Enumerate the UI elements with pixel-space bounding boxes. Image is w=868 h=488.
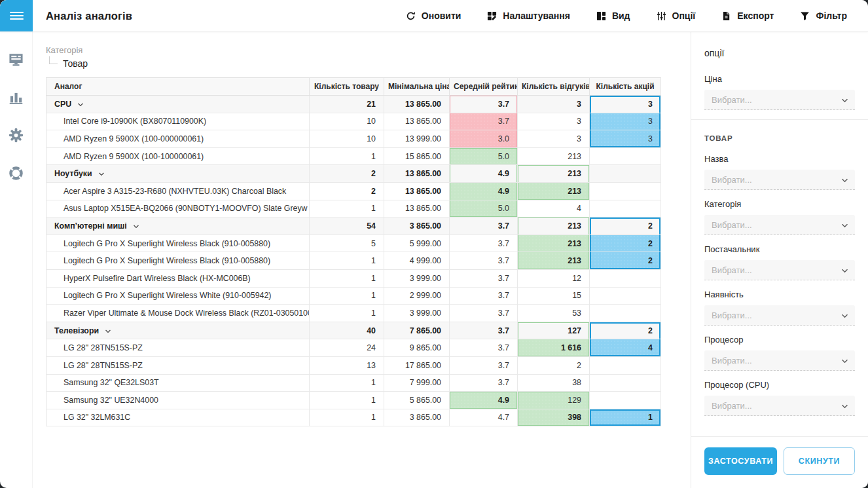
table-row[interactable]: Logitech G Pro X Superlight Wireless Bla… [46,235,661,252]
sidebar-item-help[interactable] [0,154,32,192]
price-cell: 5 999.00 [384,235,450,252]
export-button[interactable]: Експорт [721,10,774,21]
view-icon [596,11,606,21]
analog-name-cell: Intel Core i9-10900K (BX8070110900K) [46,113,310,130]
table-group-row[interactable]: Телевізори407 865.003.71272 [46,322,661,339]
qty-cell: 2 [310,165,384,183]
filter-select[interactable]: Вибрати... [704,396,855,416]
rating-cell: 3.7 [450,269,518,287]
filter-field-label: Процесор (CPU) [704,380,855,390]
rating-cell: 3.0 [450,130,518,148]
filter-field-label: Ціна [704,74,855,84]
filter-select[interactable]: Вибрати... [704,170,855,190]
reviews-cell: 38 [518,374,590,392]
promos-cell [590,147,661,165]
settings-button[interactable]: Налаштування [487,10,570,21]
chevron-down-icon [841,400,848,411]
chevron-down-icon[interactable] [133,225,139,229]
chevron-down-icon[interactable] [105,329,111,333]
toolbar: Аналіз аналогів ОновитиНалаштуванняВидОп… [0,0,868,32]
reviews-cell: 4 [518,200,590,217]
table-group-row[interactable]: Комп’ютерні миші543 865.003.72132 [46,217,661,235]
filter-field-label: Категорія [704,199,855,209]
qty-cell: 1 [310,287,384,305]
qty-cell: 1 [310,147,384,165]
price-cell: 9 865.00 [384,339,450,357]
qty-cell: 2 [310,182,384,200]
table-group-row[interactable]: Ноутбуки213 865.004.9213 [46,165,661,183]
table-row[interactable]: Razer Viper Ultimate & Mouse Dock Wirele… [46,305,661,322]
price-cell: 5 865.00 [384,392,450,409]
filter-select[interactable]: Вибрати... [704,90,855,110]
column-header-price[interactable]: Мінімальна ціна [384,78,450,96]
table-row[interactable]: AMD Ryzen 9 5900X (100-000000061)1013 99… [46,130,661,148]
chevron-down-icon[interactable] [98,172,105,176]
analog-name-cell: LG 28" 28TN515S-PZ [46,356,310,374]
analog-name-cell: AMD Ryzen 9 5900X (100-100000061) [46,147,310,165]
rating-cell: 3.7 [450,356,518,374]
reviews-cell: 1 616 [518,339,590,357]
analog-name-cell: Samsung 32" UE32N4000 [46,392,310,409]
filter-select[interactable]: Вибрати... [704,350,855,371]
reviews-cell: 15 [518,287,590,305]
promos-cell: 2 [590,235,661,252]
promos-cell [590,356,661,374]
column-header-qty[interactable]: Кількість товару [310,78,384,96]
category-tree: Категорія Товар [46,45,691,69]
reviews-cell: 213 [518,147,590,165]
filter-field: НаявністьВибрати... [704,290,855,326]
filter-select[interactable]: Вибрати... [704,305,855,326]
chart-icon [9,90,24,105]
promos-cell [590,182,661,200]
table-row[interactable]: Acer Aspire 3 A315-23-R680 (NXHVTEU.03K)… [46,182,661,200]
table-group-row[interactable]: CPU2113 865.003.733 [46,96,661,113]
view-button[interactable]: Вид [596,10,630,21]
column-header-promos[interactable]: Кількість акцій [590,78,661,96]
table-row[interactable]: LG 28" 28TN515S-PZ249 865.003.71 6164 [46,339,661,357]
table-row[interactable]: Samsung 32" UE32N400015 865.004.9129 [46,392,661,409]
filter-field: ПроцесорВибрати... [704,335,855,371]
table-row[interactable]: LG 28" 28TN515S-PZ1317 865.003.72 [46,356,661,374]
hamburger-icon [10,10,24,22]
price-cell: 13 865.00 [384,182,450,200]
filter-select[interactable]: Вибрати... [704,260,855,280]
select-placeholder: Вибрати... [712,356,752,366]
price-cell: 3 865.00 [384,409,450,426]
menu-button[interactable] [0,0,33,31]
table-row[interactable]: Asus Laptop X515EA-BQ2066 (90NBOTY1-MOOV… [46,200,661,217]
monitor-icon [9,52,24,67]
options-button[interactable]: Опції [657,10,696,21]
select-placeholder: Вибрати... [712,220,752,230]
column-header-reviews[interactable]: Кількість відгуків [518,78,590,96]
chevron-down-icon[interactable] [77,103,84,107]
filter-field: ПостачальникВибрати... [704,244,855,280]
column-header-name[interactable]: Аналог [46,78,310,96]
filter-field: ЦінаВибрати... [704,74,855,110]
filter-field-label: Назва [704,154,855,164]
qty-cell: 21 [310,96,384,113]
sidebar-item-settings[interactable] [0,116,32,154]
tree-root-category[interactable]: Категорія [46,45,691,55]
select-placeholder: Вибрати... [712,265,752,275]
filter-button[interactable]: Фільтр [800,10,847,21]
chevron-down-icon [841,94,848,105]
toolbar-actions: ОновитиНалаштуванняВидОпціїЕкспортФільтр [406,10,868,21]
table-row[interactable]: Logitech G Pro X Superlight Wireless Bla… [46,252,661,270]
table-row[interactable]: Intel Core i9-10900K (BX8070110900K)1013… [46,113,661,130]
table-row[interactable]: Logitech G Pro X Superlight Wireless Whi… [46,287,661,305]
column-header-rating[interactable]: Середній рейтинг [450,78,518,96]
price-cell: 13 865.00 [384,96,450,113]
price-cell: 13 999.00 [384,130,450,148]
sidebar-item-charts[interactable] [0,78,32,116]
tree-item-tovar[interactable]: Товар [46,58,691,69]
chevron-down-icon [841,354,848,366]
table-row[interactable]: AMD Ryzen 9 5900X (100-100000061)115 865… [46,147,661,165]
filter-select[interactable]: Вибрати... [704,215,855,235]
refresh-button[interactable]: Оновити [406,10,461,21]
apply-button[interactable]: ЗАСТОСУВАТИ [704,447,777,475]
sidebar-item-dashboard[interactable] [0,40,32,78]
reset-button[interactable]: СКИНУТИ [784,447,855,475]
table-row[interactable]: LG 32" 32LM631C13 865.004.73981 [46,409,661,426]
table-row[interactable]: Samsung 32" QE32LS03T17 999.003.738 [46,374,661,392]
table-row[interactable]: HyperX Pulsefire Dart Wireless Black (HX… [46,269,661,287]
